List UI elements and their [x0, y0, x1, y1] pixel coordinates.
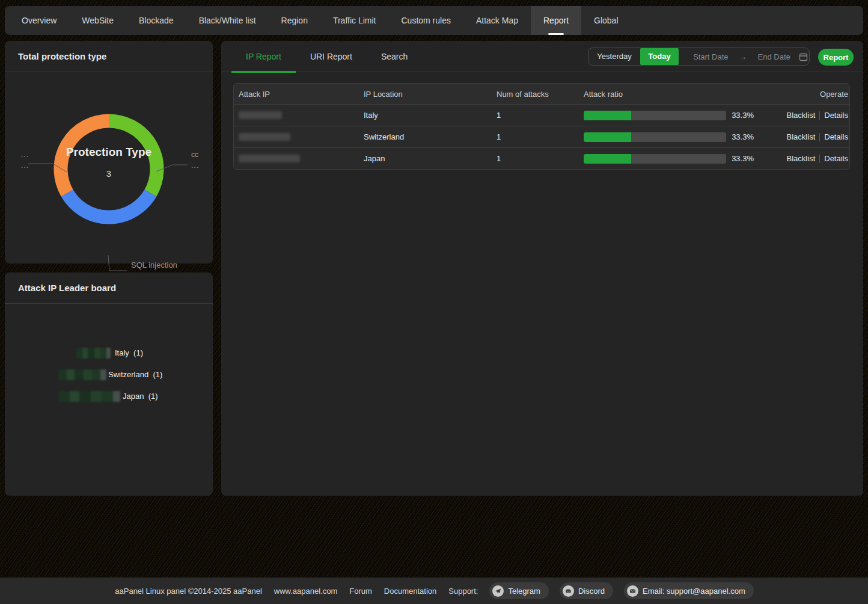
discord-label: Discord — [578, 587, 605, 596]
col-header-ip-location: IP Location — [364, 90, 497, 99]
footer-link-forum[interactable]: Forum — [349, 587, 372, 596]
report-panel: IP Report URI Report Search Yesterday To… — [221, 41, 863, 496]
tab-ip-report[interactable]: IP Report — [231, 41, 296, 72]
email-icon — [627, 585, 638, 597]
ratio-bar-fill — [584, 132, 631, 142]
nav-item-report[interactable]: Report — [531, 6, 581, 35]
ratio-bar-track — [584, 111, 726, 120]
cell-attack-ratio: 33.3% — [584, 111, 754, 120]
action-divider — [819, 155, 820, 163]
table-row: Japan 1 33.3% Blacklist Details — [234, 147, 849, 169]
ratio-value: 33.3% — [732, 154, 754, 163]
details-link[interactable]: Details — [824, 154, 848, 163]
cell-num-attacks: 1 — [497, 154, 584, 163]
nav-item-attack-map[interactable]: Attack Map — [463, 6, 531, 35]
date-range-picker: Yesterday Today Start Date → End Date — [588, 48, 810, 66]
nav-item-global[interactable]: Global — [581, 6, 631, 35]
nav-item-region[interactable]: Region — [269, 6, 320, 35]
blacklist-link[interactable]: Blacklist — [787, 132, 816, 141]
nav-item-black-white-list[interactable]: Black/White list — [186, 6, 269, 35]
cell-ip-location: Italy — [364, 111, 497, 120]
cell-num-attacks: 1 — [497, 111, 584, 120]
cell-attack-ratio: 33.3% — [584, 132, 754, 142]
cell-operate: Blacklist Details — [754, 154, 849, 163]
ratio-value: 33.3% — [732, 111, 754, 120]
donut-label-cc: cc — [191, 149, 198, 160]
top-navigation: Overview WebSite Blockade Black/White li… — [5, 6, 863, 35]
leaderboard-label: Japan (1) — [123, 391, 158, 402]
date-range-arrow-icon: → — [739, 52, 747, 61]
action-divider — [819, 111, 820, 120]
donut-label-left-top: ... — [21, 149, 29, 160]
leaderboard-bar-blurred-ip — [58, 391, 120, 402]
telegram-icon — [492, 585, 504, 597]
leaderboard-bar-blurred-ip — [76, 348, 111, 359]
telegram-label: Telegram — [508, 587, 540, 596]
blurred-ip-value — [239, 111, 282, 119]
ratio-bar-track — [584, 154, 726, 164]
ratio-bar-fill — [584, 154, 631, 164]
cell-attack-ip — [234, 133, 364, 141]
ratio-bar-track — [584, 132, 726, 142]
card-title: Total protection type — [5, 41, 213, 72]
blacklist-link[interactable]: Blacklist — [787, 154, 816, 163]
end-date-input[interactable]: End Date — [758, 52, 790, 61]
footer: aaPanel Linux panel ©2014-2025 aaPanel w… — [0, 578, 868, 604]
report-button[interactable]: Report — [818, 49, 854, 66]
details-link[interactable]: Details — [824, 132, 848, 141]
yesterday-button[interactable]: Yesterday — [588, 48, 640, 65]
leaderboard-label: Switzerland (1) — [108, 369, 162, 380]
blurred-ip-value — [239, 155, 300, 162]
today-button[interactable]: Today — [640, 48, 679, 66]
nav-item-custom-rules[interactable]: Custom rules — [389, 6, 463, 35]
leaderboard-label: Italy (1) — [115, 348, 143, 359]
nav-item-website[interactable]: WebSite — [69, 6, 126, 35]
table-row: Italy 1 33.3% Blacklist Details — [234, 104, 849, 126]
tab-search[interactable]: Search — [367, 41, 422, 72]
email-label: Email: support@aapanel.com — [643, 587, 745, 596]
cell-attack-ratio: 33.3% — [584, 154, 754, 164]
donut-label-right-bottom: ... — [191, 160, 199, 171]
discord-icon — [563, 585, 574, 597]
nav-item-overview[interactable]: Overview — [9, 6, 69, 35]
total-protection-type-card: Total protection type ... ... cc ... SQL… — [5, 41, 213, 263]
blurred-ip-value — [239, 133, 290, 141]
telegram-button[interactable]: Telegram — [489, 582, 548, 599]
cell-operate: Blacklist Details — [754, 111, 849, 120]
col-header-num-attacks: Num of attacks — [497, 90, 584, 99]
protection-type-donut-chart: ... ... cc ... SQL injection 1/Item, 33.… — [5, 72, 213, 263]
support-label: Support: — [448, 587, 478, 596]
col-header-attack-ip: Attack IP — [234, 90, 364, 99]
footer-link-website[interactable]: www.aapanel.com — [274, 587, 338, 596]
email-button[interactable]: Email: support@aapanel.com — [624, 582, 754, 599]
tab-uri-report[interactable]: URI Report — [296, 41, 367, 72]
report-panel-header: IP Report URI Report Search Yesterday To… — [221, 41, 863, 72]
card-title: Attack IP Leader board — [5, 273, 213, 304]
table-row: Switzerland 1 33.3% Blacklist Details — [234, 126, 849, 147]
ratio-value: 33.3% — [732, 132, 754, 141]
cell-num-attacks: 1 — [497, 132, 584, 141]
ratio-bar-fill — [584, 111, 631, 120]
donut-label-left-bottom: ... — [21, 160, 29, 171]
action-divider — [819, 133, 820, 141]
cell-attack-ip — [234, 111, 364, 119]
attack-ip-leaderboard-card: Attack IP Leader board Italy (1) Switzer… — [5, 273, 213, 496]
col-header-attack-ratio: Attack ratio — [584, 90, 754, 99]
footer-link-documentation[interactable]: Documentation — [384, 587, 436, 596]
cell-operate: Blacklist Details — [754, 132, 849, 141]
nav-item-blockade[interactable]: Blockade — [126, 6, 186, 35]
details-link[interactable]: Details — [824, 111, 848, 120]
nav-item-traffic-limit[interactable]: Traffic Limit — [320, 6, 389, 35]
blacklist-link[interactable]: Blacklist — [787, 111, 816, 120]
cell-ip-location: Switzerland — [364, 132, 497, 141]
col-header-operate: Operate — [754, 90, 849, 99]
table-header-row: Attack IP IP Location Num of attacks Att… — [234, 84, 849, 104]
discord-button[interactable]: Discord — [560, 582, 613, 599]
leaderboard-bar-blurred-ip — [58, 369, 106, 380]
cell-ip-location: Japan — [364, 154, 497, 163]
start-date-input[interactable]: Start Date — [693, 52, 729, 61]
calendar-icon[interactable] — [799, 52, 808, 61]
copyright-text: aaPanel Linux panel ©2014-2025 aaPanel — [115, 587, 262, 596]
cell-attack-ip — [234, 155, 364, 162]
attack-report-table: Attack IP IP Location Num of attacks Att… — [233, 83, 850, 170]
